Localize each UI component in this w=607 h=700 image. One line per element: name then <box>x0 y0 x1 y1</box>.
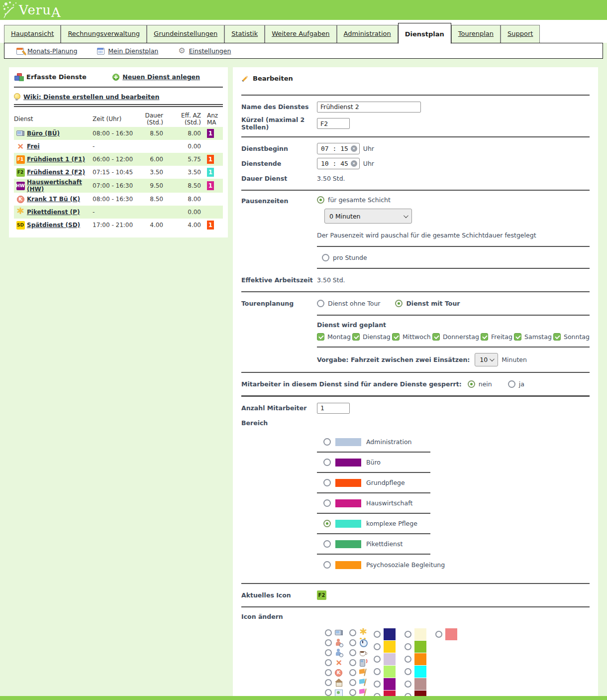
icon-option-asterisk-icon[interactable]: * <box>349 628 367 638</box>
bereich-option-grundpflege[interactable]: Grundpflege <box>317 473 430 493</box>
checkbox-sonntag[interactable] <box>553 333 561 341</box>
icon-option-computer-icon[interactable] <box>325 628 343 638</box>
tab-dienstplan[interactable]: Dienstplan <box>398 23 451 44</box>
subnav-item-einstellungen[interactable]: ⚙Einstellungen <box>178 47 231 55</box>
clear-time-icon[interactable]: × <box>351 145 357 152</box>
bereich-option-komplexe-pflege[interactable]: komplexe Pflege <box>317 514 430 534</box>
radio-komplexe-pflege[interactable] <box>323 520 331 527</box>
bereich-option-büro[interactable]: Büro <box>317 453 430 473</box>
radio-ohne-tour[interactable] <box>317 300 324 307</box>
icon-option-color-rosybrown[interactable] <box>405 678 426 690</box>
radio-flag-blue-icon[interactable] <box>349 679 356 686</box>
radio-pikettdienst[interactable] <box>323 540 331 548</box>
pausen-option-stunde[interactable]: pro Stunde <box>322 254 590 261</box>
anzahl-input[interactable]: 1 <box>317 403 350 414</box>
tour-option-mit[interactable]: Dienst mit Tour <box>395 300 460 307</box>
icon-option-flag-blue-icon[interactable] <box>349 678 367 688</box>
radio-büro[interactable] <box>323 459 331 466</box>
radio-color-gold[interactable] <box>374 643 381 650</box>
radio-picture-icon[interactable] <box>325 689 332 696</box>
icon-option-k-circle-icon[interactable]: K <box>325 668 343 678</box>
tab-hauptansicht[interactable]: Hauptansicht <box>4 25 61 43</box>
icon-option-color-yellowgreen[interactable] <box>405 640 426 653</box>
icon-option-x-mark-icon[interactable]: × <box>325 658 343 668</box>
radio-flag-orange-icon[interactable] <box>349 669 356 676</box>
checkbox-mittwoch[interactable] <box>392 333 400 341</box>
radio-alarm-clock-icon[interactable] <box>349 639 356 646</box>
service-name-link[interactable]: Spätdienst (SD) <box>27 222 93 229</box>
service-name-link[interactable]: Frei <box>27 143 93 150</box>
radio-mit-tour[interactable] <box>395 300 403 307</box>
radio-flag-magenta-icon[interactable] <box>349 689 356 696</box>
checkbox-samstag[interactable] <box>514 333 521 341</box>
tab-rechnungsverwaltung[interactable]: Rechnungsverwaltung <box>61 25 147 43</box>
radio-x-mark-icon[interactable] <box>325 659 332 666</box>
radio-computer-icon[interactable] <box>325 629 332 636</box>
weekday-donnerstag[interactable]: Donnerstag <box>432 333 479 341</box>
weekday-sonntag[interactable]: Sonntag <box>553 333 590 341</box>
name-input[interactable]: Frühdienst 2 <box>317 102 421 113</box>
radio-schicht[interactable] <box>317 196 324 204</box>
radio-color-orange[interactable] <box>405 656 411 663</box>
table-row[interactable]: Büro (BÜ)08:00 - 16:308.508.001 <box>14 127 223 140</box>
radio-asterisk-icon[interactable] <box>349 629 356 636</box>
radio-color-purple[interactable] <box>374 681 381 688</box>
weekday-samstag[interactable]: Samstag <box>514 333 552 341</box>
radio-color-yellowgreen[interactable] <box>405 643 411 650</box>
icon-option-alarm-clock-icon[interactable] <box>349 638 367 648</box>
radio-color-thistle[interactable] <box>374 656 381 663</box>
radio-coffee-cup-icon[interactable] <box>349 649 356 656</box>
radio-person-clock-blue-icon[interactable] <box>325 649 332 656</box>
service-name-link[interactable]: Frühdienst 2 (F2) <box>27 169 93 176</box>
checkbox-montag[interactable] <box>317 333 324 341</box>
radio-person-clock-orange-icon[interactable] <box>325 639 332 646</box>
service-name-link[interactable]: Frühdienst 1 (F1) <box>27 156 93 163</box>
bereich-option-hauswirtschaft[interactable]: Hauswirtschaft <box>317 493 430 514</box>
new-service-link[interactable]: Neuen Dienst anlegen <box>112 73 200 81</box>
tab-grundeinstellungen[interactable]: Grundeinstellungen <box>147 25 224 43</box>
table-row[interactable]: F1Frühdienst 1 (F1)06:00 - 12:006.005.75… <box>14 153 223 166</box>
tab-administration[interactable]: Administration <box>337 25 398 43</box>
icon-option-color-orange[interactable] <box>405 653 426 665</box>
icon-option-color-thistle[interactable] <box>374 653 396 665</box>
radio-phone-icon[interactable] <box>349 659 356 666</box>
icon-option-color-cyan[interactable] <box>405 665 426 678</box>
radio-color-salmon[interactable] <box>435 631 442 638</box>
radio-k-circle-icon[interactable] <box>325 669 332 676</box>
checkbox-freitag[interactable] <box>481 333 488 341</box>
icon-option-color-purple[interactable] <box>374 678 396 690</box>
begin-time-input[interactable]: 07 : 15× <box>317 143 360 154</box>
fahrzeit-select[interactable]: 10 <box>475 353 498 366</box>
kuerzel-input[interactable]: F2 <box>317 118 350 129</box>
weekday-freitag[interactable]: Freitag <box>481 333 512 341</box>
pause-duration-select[interactable]: 0 Minuten <box>324 209 412 224</box>
table-row[interactable]: F2Frühdienst 2 (F2)07:15 - 10:453.503.50… <box>14 166 223 179</box>
gesperrt-option-ja[interactable]: ja <box>508 380 524 388</box>
bereich-option-pikettdienst[interactable]: Pikettdienst <box>317 534 430 555</box>
gesperrt-option-nein[interactable]: nein <box>468 380 492 388</box>
icon-option-phone-icon[interactable]: ) <box>349 658 367 668</box>
table-row[interactable]: ×Frei-0.00 <box>14 140 223 153</box>
icon-option-coffee-cup-icon[interactable] <box>349 648 367 658</box>
icon-option-color-cream[interactable] <box>405 628 426 640</box>
radio-psychosoziale-begleitung[interactable] <box>323 561 331 569</box>
icon-option-house-icon[interactable] <box>325 678 343 688</box>
radio-color-lightgreen[interactable] <box>374 668 381 675</box>
radio-ja[interactable] <box>508 380 515 388</box>
weekday-montag[interactable]: Montag <box>317 333 351 341</box>
service-name-link[interactable]: Krank 1T Bü (K) <box>27 196 93 203</box>
checkbox-dienstag[interactable] <box>352 333 360 341</box>
service-name-link[interactable]: Hauswertischaft (HW) <box>27 179 93 193</box>
service-name-link[interactable]: Büro (BÜ) <box>27 130 93 137</box>
radio-administration[interactable] <box>323 438 331 446</box>
checkbox-donnerstag[interactable] <box>432 333 440 341</box>
radio-grundpflege[interactable] <box>323 479 331 486</box>
icon-option-person-clock-orange-icon[interactable] <box>325 638 343 648</box>
service-name-link[interactable]: Pikettdienst (P) <box>27 209 93 216</box>
pausen-option-schicht[interactable]: für gesamte Schicht <box>317 196 590 204</box>
bereich-option-psychosoziale-begleitung[interactable]: Psychosoziale Begleitung <box>317 555 430 575</box>
radio-color-cream[interactable] <box>405 631 411 638</box>
clear-time-icon[interactable]: × <box>351 160 357 167</box>
radio-color-cyan[interactable] <box>405 668 411 675</box>
icon-option-color-gold[interactable] <box>374 640 396 653</box>
